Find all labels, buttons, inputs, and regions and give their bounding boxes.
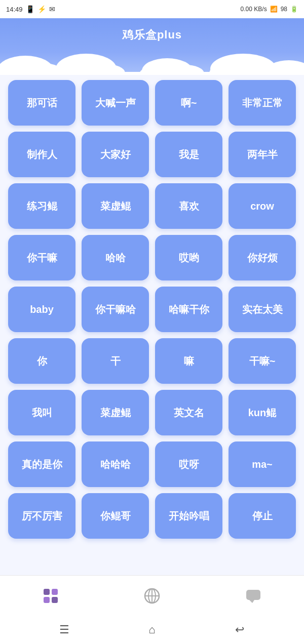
- nav-discover[interactable]: [101, 576, 203, 616]
- nav-messages[interactable]: [203, 576, 304, 616]
- sound-button-33[interactable]: 你鲲哥: [82, 493, 149, 539]
- sound-button-34[interactable]: 开始吟唱: [155, 493, 222, 539]
- nav-home[interactable]: [0, 576, 101, 616]
- sim-icon: 📱: [26, 5, 34, 13]
- sound-button-1[interactable]: 大喊一声: [82, 80, 149, 126]
- bottom-nav: [0, 575, 304, 616]
- sound-button-14[interactable]: 哎哟: [155, 235, 222, 280]
- svg-rect-16: [44, 597, 50, 603]
- sound-button-12[interactable]: 你干嘛: [8, 235, 75, 280]
- button-grid: 那可话大喊一声啊~非常正常制作人大家好我是两年半练习鲲菜虚鲲喜欢crow你干嘛哈…: [8, 80, 296, 539]
- sound-button-32[interactable]: 厉不厉害: [8, 493, 75, 539]
- sound-button-24[interactable]: 我叫: [8, 390, 75, 435]
- svg-rect-13: [0, 72, 304, 75]
- messages-nav-icon: [244, 587, 262, 605]
- sound-button-21[interactable]: 干: [82, 338, 149, 384]
- sound-button-31[interactable]: ma~: [229, 441, 296, 487]
- sound-button-22[interactable]: 嘛: [155, 338, 222, 384]
- sound-button-4[interactable]: 制作人: [8, 132, 75, 177]
- sound-button-28[interactable]: 真的是你: [8, 441, 75, 487]
- battery-level: 98: [281, 6, 287, 13]
- sound-button-5[interactable]: 大家好: [82, 132, 149, 177]
- network-speed: 0.00 KB/s: [241, 6, 267, 13]
- wifi-icon: 📶: [270, 6, 278, 13]
- discover-nav-icon: [143, 587, 161, 605]
- svg-rect-14: [44, 589, 50, 595]
- sound-button-30[interactable]: 哎呀: [155, 441, 222, 487]
- status-bar: 14:49 📱 ⚡ ✉ 0.00 KB/s 📶 98 🔋: [0, 0, 304, 18]
- header: 鸡乐盒plus: [0, 18, 304, 75]
- sound-button-27[interactable]: kun鲲: [229, 390, 296, 435]
- svg-rect-15: [52, 589, 58, 595]
- sound-button-16[interactable]: baby: [8, 287, 75, 332]
- status-right: 0.00 KB/s 📶 98 🔋: [241, 6, 298, 13]
- status-left: 14:49 📱 ⚡ ✉: [6, 5, 55, 13]
- status-time: 14:49: [6, 6, 23, 13]
- battery-icon: 🔋: [290, 6, 298, 13]
- sound-button-35[interactable]: 停止: [229, 493, 296, 539]
- sound-button-11[interactable]: crow: [229, 183, 296, 229]
- sound-button-23[interactable]: 干嘛~: [229, 338, 296, 384]
- sound-button-9[interactable]: 菜虚鲲: [82, 183, 149, 229]
- sound-button-25[interactable]: 菜虚鲲: [82, 390, 149, 435]
- sound-button-20[interactable]: 你: [8, 338, 75, 384]
- sound-button-2[interactable]: 啊~: [155, 80, 222, 126]
- sys-home-button[interactable]: ⌂: [142, 623, 162, 636]
- sound-button-29[interactable]: 哈哈哈: [82, 441, 149, 487]
- app-title: 鸡乐盒plus: [0, 23, 304, 50]
- sound-button-6[interactable]: 我是: [155, 132, 222, 177]
- sound-button-7[interactable]: 两年半: [229, 132, 296, 177]
- sound-button-3[interactable]: 非常正常: [229, 80, 296, 126]
- sound-button-17[interactable]: 你干嘛哈: [82, 287, 149, 332]
- sound-button-15[interactable]: 你好烦: [229, 235, 296, 280]
- sound-button-13[interactable]: 哈哈: [82, 235, 149, 280]
- svg-rect-22: [246, 590, 260, 600]
- sys-nav-bar: ☰ ⌂ ↩: [0, 616, 304, 644]
- cloud-decoration: [0, 50, 304, 75]
- sys-back-button[interactable]: ↩: [230, 623, 250, 636]
- button-grid-area: 那可话大喊一声啊~非常正常制作人大家好我是两年半练习鲲菜虚鲲喜欢crow你干嘛哈…: [0, 75, 304, 575]
- svg-marker-23: [249, 600, 254, 603]
- sound-button-18[interactable]: 哈嘛干你: [155, 287, 222, 332]
- home-nav-icon: [42, 587, 60, 605]
- usb-icon: ⚡: [37, 5, 46, 13]
- sound-button-10[interactable]: 喜欢: [155, 183, 222, 229]
- sound-button-8[interactable]: 练习鲲: [8, 183, 75, 229]
- sound-button-19[interactable]: 实在太美: [229, 287, 296, 332]
- sound-button-26[interactable]: 英文名: [155, 390, 222, 435]
- mail-icon: ✉: [49, 5, 55, 13]
- sys-menu-button[interactable]: ☰: [54, 623, 74, 636]
- svg-rect-17: [52, 597, 58, 603]
- sound-button-0[interactable]: 那可话: [8, 80, 75, 126]
